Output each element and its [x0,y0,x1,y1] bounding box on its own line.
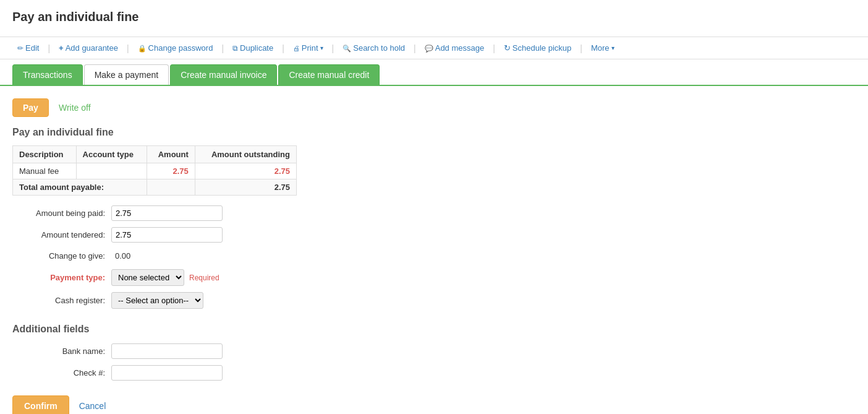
separator-2: | [127,43,129,53]
col-header-account-type: Account type [76,146,147,163]
page-wrapper: Pay an individual fine Edit | Add guaran… [0,0,868,414]
cell-amount-outstanding: 2.75 [195,163,296,179]
col-header-amount-outstanding: Amount outstanding [195,146,296,163]
writeoff-button[interactable]: Write off [54,99,96,116]
confirm-button[interactable]: Confirm [12,395,69,414]
change-password-button[interactable]: Change password [133,41,218,55]
fine-table: Description Account type Amount Amount o… [12,145,297,196]
duplicate-button[interactable]: Duplicate [228,41,278,55]
msg-icon [425,43,433,53]
toolbar: Edit | Add guarantee | Change password |… [0,37,868,59]
amount-being-paid-row: Amount being paid: [12,205,856,221]
cell-amount: 2.75 [147,163,195,179]
total-spacer [147,179,195,196]
amount-being-paid-input[interactable] [111,205,223,221]
amount-being-paid-label: Amount being paid: [12,209,111,218]
separator-8: | [580,43,582,53]
copy-icon [232,43,238,53]
page-header: Pay an individual fine [0,0,868,37]
payment-type-row: Payment type: None selected Required [12,269,856,286]
payment-type-select[interactable]: None selected [111,269,184,286]
amount-tendered-label: Amount tendered: [12,230,111,239]
confirm-row: Confirm Cancel [12,395,856,414]
cancel-button[interactable]: Cancel [74,396,111,414]
total-label: Total amount payable: [13,179,147,196]
cash-register-select[interactable]: -- Select an option-- [111,292,203,309]
col-header-amount: Amount [147,146,195,163]
table-row: Manual fee 2.75 2.75 [13,163,297,179]
separator-5: | [332,43,334,53]
plus-icon [59,43,64,53]
tab-transactions[interactable]: Transactions [12,64,83,85]
change-to-give-label: Change to give: [12,251,111,261]
additional-section: Additional fields Bank name: Check #: [12,324,856,381]
tab-make-payment[interactable]: Make a payment [84,64,169,85]
print-button[interactable]: Print [288,41,328,55]
cash-register-label: Cash register: [12,296,111,305]
cash-register-row: Cash register: -- Select an option-- [12,292,856,309]
section-title: Pay an individual fine [12,127,856,138]
bank-name-row: Bank name: [12,343,856,359]
amount-tendered-row: Amount tendered: [12,227,856,243]
search-icon [343,43,351,53]
edit-button[interactable]: Edit [12,41,44,55]
separator-1: | [48,43,50,53]
page-title: Pay an individual fine [12,10,856,24]
separator-4: | [282,43,284,53]
change-to-give-value: 0.00 [111,249,134,263]
lock-icon [138,43,147,53]
pencil-icon [17,43,23,53]
amount-tendered-input[interactable] [111,227,223,243]
search-to-hold-button[interactable]: Search to hold [338,41,410,55]
tab-create-credit[interactable]: Create manual credit [278,64,380,85]
check-input[interactable] [111,365,223,381]
check-row: Check #: [12,365,856,381]
required-text: Required [189,274,219,282]
add-message-button[interactable]: Add message [420,41,490,55]
more-button[interactable]: More [586,41,619,55]
add-guarantee-button[interactable]: Add guarantee [54,41,123,55]
refresh-icon [504,43,511,53]
total-value: 2.75 [195,179,296,196]
bank-name-label: Bank name: [12,347,111,356]
separator-3: | [221,43,224,53]
form-section: Amount being paid: Amount tendered: Chan… [12,205,856,309]
total-row: Total amount payable: 2.75 [13,179,297,196]
additional-fields-title: Additional fields [12,324,856,335]
check-label: Check #: [12,368,111,377]
print-icon [293,43,300,53]
cell-account-type [76,163,147,179]
separator-7: | [493,43,495,53]
payment-type-label: Payment type: [12,273,111,282]
cell-description: Manual fee [13,163,77,179]
content-area: Pay Write off Pay an individual fine Des… [0,85,868,414]
tab-bar: Transactions Make a payment Create manua… [0,59,868,85]
bank-name-input[interactable] [111,343,223,359]
pay-button[interactable]: Pay [12,98,49,117]
col-header-description: Description [13,146,77,163]
tab-create-invoice[interactable]: Create manual invoice [170,64,277,85]
schedule-pickup-button[interactable]: Schedule pickup [499,41,576,55]
change-to-give-row: Change to give: 0.00 [12,249,856,263]
separator-6: | [414,43,416,53]
action-buttons: Pay Write off [12,98,856,117]
